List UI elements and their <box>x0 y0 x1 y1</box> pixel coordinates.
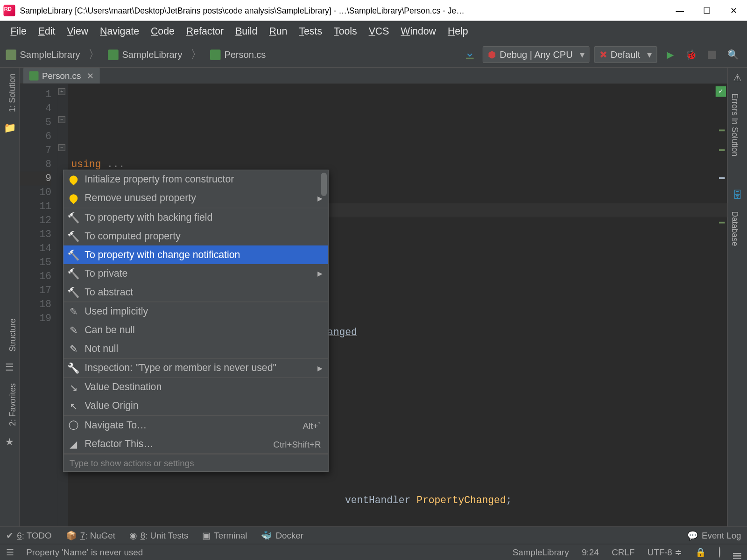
run-config-select[interactable]: ⬢ Debug | Any CPU <box>483 46 590 63</box>
menu-navigate[interactable]: Navigate <box>94 23 145 40</box>
errors-icon[interactable]: ⚠ <box>731 71 744 84</box>
line-number[interactable]: 6 <box>20 130 52 144</box>
hammer-icon: 🔨 <box>68 250 79 260</box>
titlebar: SampleLibrary [C:\Users\maart\Desktop\Je… <box>0 0 747 21</box>
solution-icon[interactable]: 📁 <box>3 121 16 134</box>
line-number[interactable]: 5 <box>20 116 52 130</box>
fold-toggle[interactable]: + <box>58 88 65 95</box>
structure-icon[interactable]: ☰ <box>3 361 16 374</box>
window-minimize-button[interactable]: — <box>667 0 694 21</box>
line-number[interactable]: 17 <box>20 284 52 298</box>
quickfix-item[interactable]: 🔨To property with change notification <box>63 245 328 264</box>
quickfix-item[interactable]: 🔧Inspection: "Type or member is never us… <box>63 359 328 378</box>
line-number[interactable]: 16 <box>20 270 52 284</box>
quickfix-item[interactable]: ◢Refactor This…Ctrl+Shift+R <box>63 434 328 453</box>
quickfix-item[interactable]: 🔨To private▶ <box>63 264 328 283</box>
bottom-tool-todo[interactable]: ✔6: TODO <box>6 530 52 541</box>
menu-refactor[interactable]: Refactor <box>180 23 229 40</box>
submenu-arrow-icon: ▶ <box>317 364 322 372</box>
menu-tests[interactable]: Tests <box>293 23 328 40</box>
lightbulb-icon <box>68 175 79 185</box>
search-button[interactable]: 🔍 <box>725 46 741 63</box>
breadcrumb-item[interactable]: SampleLibrary <box>6 49 80 60</box>
rail-errors[interactable]: Errors In Solution <box>728 88 747 162</box>
run-button[interactable]: ▶ <box>662 46 678 63</box>
line-number[interactable]: 12 <box>20 214 52 228</box>
window-close-button[interactable]: ✕ <box>720 0 747 21</box>
fold-toggle[interactable]: − <box>58 116 65 123</box>
cs-file-icon <box>29 71 39 80</box>
quickfix-item[interactable]: ✎Can be null <box>63 321 328 340</box>
hammer-icon: 🔨 <box>68 231 79 242</box>
navigate-icon <box>68 420 79 431</box>
line-number[interactable]: 1 <box>20 88 52 102</box>
line-number[interactable]: 10 <box>20 186 52 200</box>
menu-build[interactable]: Build <box>230 23 263 40</box>
window-maximize-button[interactable]: ☐ <box>693 0 720 21</box>
rail-database[interactable]: Database <box>728 205 747 252</box>
line-number[interactable]: 18 <box>20 298 52 312</box>
quickfix-item[interactable]: ✎Used implicitly <box>63 302 328 321</box>
hammer-icon: 🔨 <box>68 287 79 298</box>
line-number[interactable]: 8 <box>20 158 52 172</box>
favorites-icon[interactable]: ★ <box>3 435 16 448</box>
quickfix-item[interactable]: Remove unused property▶ <box>63 189 328 208</box>
quickfix-item[interactable]: ↖Value Origin <box>63 397 328 415</box>
quickfix-item[interactable]: Initialize property from constructor <box>63 170 328 189</box>
quickfix-item[interactable]: ✎Not null <box>63 340 328 358</box>
line-number[interactable]: 15 <box>20 256 52 270</box>
line-number[interactable]: 11 <box>20 200 52 214</box>
menu-view[interactable]: View <box>61 23 94 40</box>
menu-run[interactable]: Run <box>263 23 293 40</box>
menu-edit[interactable]: Edit <box>32 23 61 40</box>
build-solution-button[interactable] <box>462 46 478 63</box>
editor-tabs: Person.cs ✕ <box>20 68 727 84</box>
rail-favorites[interactable]: 2: Favorites <box>0 378 19 432</box>
breadcrumb-item[interactable]: Person.cs <box>210 49 266 60</box>
menu-vcs[interactable]: VCS <box>363 23 395 40</box>
pencil-icon: ✎ <box>68 306 79 317</box>
stop-icon <box>708 50 716 59</box>
quickfix-item[interactable]: ↘Value Destination <box>63 378 328 397</box>
menu-window[interactable]: Window <box>395 23 442 40</box>
database-icon[interactable]: 🗄 <box>731 189 744 202</box>
quickfix-item[interactable]: 🔨To computed property <box>63 227 328 245</box>
quickfix-label: Initialize property from constructor <box>85 174 234 186</box>
quickfix-label: Navigate To… <box>85 420 147 431</box>
close-icon[interactable]: ✕ <box>87 71 94 80</box>
tab-person-cs[interactable]: Person.cs ✕ <box>23 68 99 84</box>
folder-icon <box>6 49 17 60</box>
pencil-icon: ✎ <box>68 325 79 336</box>
menu-code[interactable]: Code <box>145 23 180 40</box>
settings-icon[interactable] <box>733 546 741 559</box>
line-number[interactable]: 9 <box>20 172 52 186</box>
line-number[interactable]: 7 <box>20 144 52 158</box>
rail-solution[interactable]: 1: Solution <box>0 68 19 118</box>
line-number[interactable]: 4 <box>20 102 52 116</box>
breadcrumb-item[interactable]: SampleLibrary <box>108 49 182 60</box>
stop-button[interactable] <box>704 46 720 63</box>
quickfix-item[interactable]: Navigate To…Alt+` <box>63 416 328 434</box>
quickfix-label: Inspection: "Type or member is never use… <box>85 362 276 374</box>
menu-file[interactable]: File <box>5 23 32 40</box>
rail-structure[interactable]: Structure <box>0 313 19 357</box>
breadcrumb-label: SampleLibrary <box>20 49 80 60</box>
fold-toggle[interactable]: − <box>58 144 65 151</box>
breadcrumb-label: Person.cs <box>224 49 266 60</box>
line-number[interactable]: 19 <box>20 312 52 326</box>
quickfix-item[interactable]: 🔨To property with backing field <box>63 208 328 227</box>
pencil-icon: ✎ <box>68 343 79 354</box>
menu-tools[interactable]: Tools <box>328 23 363 40</box>
quickfix-label: Value Destination <box>85 382 162 393</box>
menu-help[interactable]: Help <box>442 23 474 40</box>
bottom-tool-label: 6: TODO <box>17 530 51 540</box>
solution-config-select[interactable]: ✖ Default <box>594 46 657 63</box>
window-title: SampleLibrary [C:\Users\maart\Desktop\Je… <box>20 6 667 15</box>
todo-icon: ✔ <box>6 530 14 541</box>
scrollbar-thumb[interactable] <box>321 173 327 196</box>
quickfix-item[interactable]: 🔨To abstract <box>63 283 328 301</box>
quickfix-footer: Type to show actions or settings <box>63 454 328 472</box>
line-number[interactable]: 13 <box>20 228 52 242</box>
line-number[interactable]: 14 <box>20 242 52 256</box>
debug-button[interactable]: 🐞 <box>683 46 699 63</box>
